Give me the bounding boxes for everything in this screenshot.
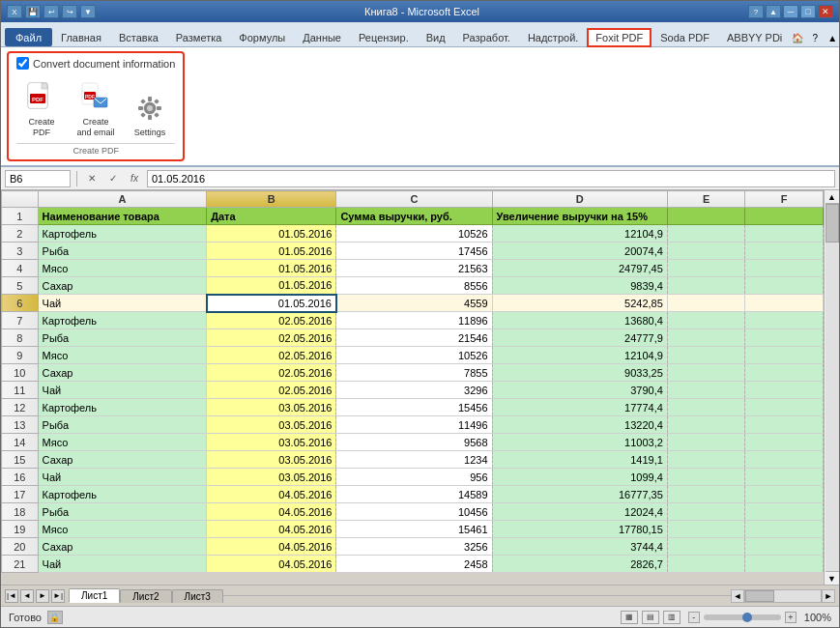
row-header-16[interactable]: 16 xyxy=(2,469,39,486)
cell[interactable] xyxy=(667,451,745,469)
formula-input[interactable] xyxy=(147,170,835,187)
cell[interactable]: 20074,4 xyxy=(492,243,667,260)
undo-icon[interactable]: ↩ xyxy=(43,5,59,18)
cell[interactable] xyxy=(745,260,824,277)
cell[interactable]: 16777,35 xyxy=(492,486,667,503)
cell[interactable]: 9568 xyxy=(336,434,492,451)
cell[interactable]: 10456 xyxy=(336,503,492,521)
cell[interactable]: 24797,45 xyxy=(492,260,667,277)
cell[interactable] xyxy=(745,329,824,347)
tab-review[interactable]: Рецензир. xyxy=(350,28,418,46)
cell[interactable]: Картофель xyxy=(38,486,207,503)
cell[interactable] xyxy=(745,556,824,573)
cell[interactable]: 13220,4 xyxy=(492,416,667,434)
cell[interactable]: 3790,4 xyxy=(492,382,667,399)
cell[interactable]: 12024,4 xyxy=(492,503,667,521)
row-header-17[interactable]: 17 xyxy=(2,486,39,503)
confirm-formula-button[interactable]: ✓ xyxy=(104,170,122,187)
row-header-11[interactable]: 11 xyxy=(2,382,39,399)
cell[interactable] xyxy=(667,416,745,434)
cell[interactable]: 24777,9 xyxy=(492,329,667,347)
help-icon[interactable]: ? xyxy=(748,5,764,18)
row-header-12[interactable]: 12 xyxy=(2,399,39,416)
row-header-3[interactable]: 3 xyxy=(2,243,39,260)
cell[interactable]: 03.05.2016 xyxy=(207,451,336,469)
row-header-1[interactable]: 1 xyxy=(2,208,39,225)
tab-formulas[interactable]: Формулы xyxy=(230,28,294,46)
col-header-f[interactable]: F xyxy=(745,191,824,208)
cell[interactable]: 15461 xyxy=(336,521,492,538)
cell[interactable]: 04.05.2016 xyxy=(207,556,336,573)
cell[interactable]: Чай xyxy=(38,382,207,399)
minimize-ribbon-icon[interactable]: ▲ xyxy=(826,31,839,44)
col-header-e[interactable]: E xyxy=(667,191,745,208)
cell[interactable] xyxy=(745,399,824,416)
row-header-9[interactable]: 9 xyxy=(2,347,39,364)
normal-view-button[interactable]: ▦ xyxy=(621,611,638,624)
cell[interactable]: 11003,2 xyxy=(492,434,667,451)
cell[interactable]: Мясо xyxy=(38,521,207,538)
cell[interactable]: 7855 xyxy=(336,364,492,382)
cell[interactable]: Сахар xyxy=(38,451,207,469)
cell[interactable] xyxy=(745,243,824,260)
cell[interactable]: Сахар xyxy=(38,538,207,556)
cell[interactable] xyxy=(667,312,745,329)
cell[interactable]: 2826,7 xyxy=(492,556,667,573)
customize-icon[interactable]: ▼ xyxy=(80,5,96,18)
create-email-button[interactable]: PDF Createand email xyxy=(71,75,121,141)
cell[interactable]: Картофель xyxy=(38,225,207,243)
tab-pagelayout[interactable]: Разметка xyxy=(167,28,231,46)
help-nav-icon[interactable]: ? xyxy=(808,31,822,44)
cell[interactable]: 10526 xyxy=(336,225,492,243)
cell[interactable] xyxy=(745,277,824,295)
cell[interactable] xyxy=(745,521,824,538)
tab-addins[interactable]: Надстрой. xyxy=(519,28,587,46)
cell[interactable]: 01.05.2016 xyxy=(207,295,336,312)
cell[interactable] xyxy=(667,260,745,277)
convert-doc-info-checkbox[interactable] xyxy=(16,57,29,70)
cell[interactable] xyxy=(667,503,745,521)
tab-prev-button[interactable]: ◄ xyxy=(20,589,34,603)
col-header-c[interactable]: C xyxy=(336,191,492,208)
minimize-button[interactable]: ─ xyxy=(783,5,798,18)
close-button[interactable]: ✕ xyxy=(818,5,833,18)
tab-foxitpdf[interactable]: Foxit PDF xyxy=(587,28,652,47)
cell[interactable] xyxy=(667,399,745,416)
cell[interactable]: 03.05.2016 xyxy=(207,399,336,416)
cell[interactable]: Чай xyxy=(38,295,207,312)
row-header-5[interactable]: 5 xyxy=(2,277,39,295)
zoom-in-button[interactable]: + xyxy=(785,612,797,623)
vertical-scrollbar[interactable]: ▲ ▼ xyxy=(824,190,839,585)
row-header-19[interactable]: 19 xyxy=(2,521,39,538)
cell[interactable]: 1099,4 xyxy=(492,469,667,486)
cell[interactable]: 13680,4 xyxy=(492,312,667,329)
cell[interactable]: Наименование товара xyxy=(38,208,207,225)
cell[interactable]: 04.05.2016 xyxy=(207,503,336,521)
cell[interactable]: Сахар xyxy=(38,277,207,295)
cell[interactable]: 1419,1 xyxy=(492,451,667,469)
cell[interactable]: 17774,4 xyxy=(492,399,667,416)
convert-doc-info-label[interactable]: Convert document information xyxy=(33,58,175,70)
restore-button[interactable]: □ xyxy=(800,5,816,18)
cell[interactable] xyxy=(745,208,824,225)
row-header-18[interactable]: 18 xyxy=(2,503,39,521)
cell[interactable]: Чай xyxy=(38,556,207,573)
cell[interactable]: Увеличение выручки на 15% xyxy=(492,208,667,225)
cell[interactable]: Рыба xyxy=(38,503,207,521)
tab-file[interactable]: Файл xyxy=(5,28,52,46)
cell[interactable] xyxy=(667,538,745,556)
tab-next-button[interactable]: ► xyxy=(36,589,49,603)
cell[interactable]: Сумма выручки, руб. xyxy=(336,208,492,225)
row-header-13[interactable]: 13 xyxy=(2,416,39,434)
cell[interactable] xyxy=(667,347,745,364)
cell[interactable]: 10526 xyxy=(336,347,492,364)
ribbon-toggle[interactable]: ▲ xyxy=(766,5,781,18)
cell[interactable] xyxy=(667,486,745,503)
cell[interactable]: 04.05.2016 xyxy=(207,521,336,538)
cell[interactable] xyxy=(745,503,824,521)
cell[interactable] xyxy=(745,225,824,243)
tab-abbypdi[interactable]: ABBYY PDi xyxy=(718,28,791,46)
tab-last-button[interactable]: ►| xyxy=(51,589,65,603)
tab-home[interactable]: Главная xyxy=(52,28,110,46)
cell[interactable]: 9033,25 xyxy=(492,364,667,382)
